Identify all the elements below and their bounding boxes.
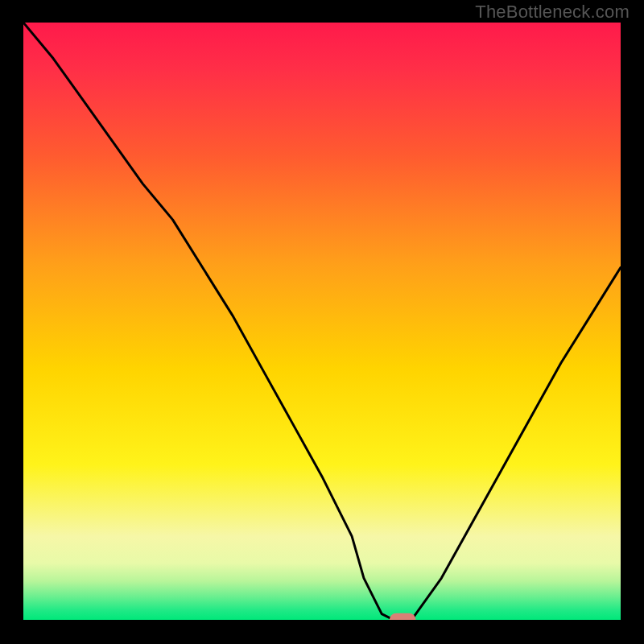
chart-container: TheBottleneck.com — [0, 0, 644, 644]
watermark-text: TheBottleneck.com — [475, 2, 630, 23]
optimal-marker — [390, 613, 416, 620]
chart-background — [23, 23, 621, 620]
bottleneck-chart — [23, 23, 621, 620]
